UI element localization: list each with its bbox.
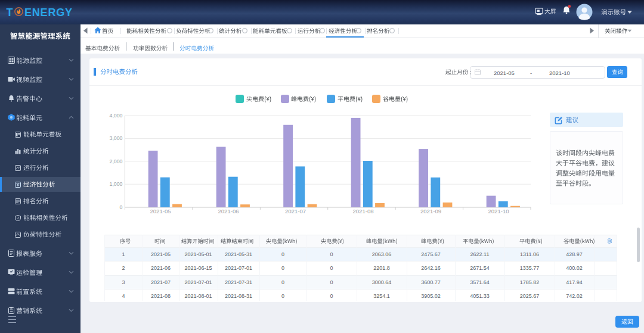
svg-text:4,000: 4,000 (109, 113, 122, 119)
svg-text:2,000: 2,000 (109, 158, 122, 164)
svg-text:2021-06: 2021-06 (218, 208, 239, 214)
svg-text:0: 0 (120, 204, 123, 210)
svg-text:3,000: 3,000 (109, 135, 122, 141)
svg-text:2021-09: 2021-09 (420, 208, 441, 214)
svg-text:2021-10: 2021-10 (488, 208, 509, 214)
svg-text:1,000: 1,000 (109, 181, 122, 187)
svg-text:2021-07: 2021-07 (285, 208, 306, 214)
svg-text:2021-08: 2021-08 (352, 208, 373, 214)
svg-text:2021-05: 2021-05 (150, 208, 171, 214)
